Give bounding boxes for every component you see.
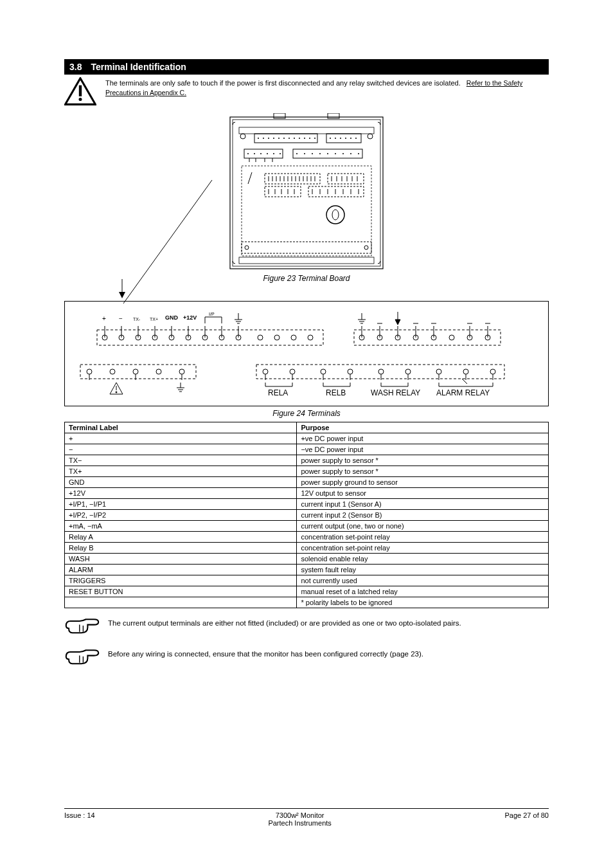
- table-cell: +mA, −mA: [65, 521, 297, 532]
- svg-point-41: [319, 153, 321, 154]
- table-row-footnote: * polarity labels to be ignored: [65, 597, 549, 608]
- svg-point-92: [364, 246, 368, 249]
- svg-point-42: [327, 153, 328, 154]
- section-header: 3.8 Terminal Identification: [64, 59, 549, 75]
- table-row: ++ve DC power input: [65, 433, 549, 444]
- svg-line-195: [462, 379, 467, 384]
- svg-line-98: [123, 180, 212, 303]
- table-cell: +ve DC power input: [297, 433, 549, 444]
- terminals-diagram: + − TX- TX+ GND +12V I/P: [71, 307, 521, 403]
- svg-point-191: [463, 369, 468, 374]
- svg-point-13: [263, 138, 264, 139]
- table-cell: concentration set-point relay: [297, 532, 549, 543]
- table-row: +mA, −mAcurrent output (one, two or none…: [65, 521, 549, 532]
- table-header-label: Terminal Label: [65, 422, 297, 433]
- svg-rect-1: [79, 86, 82, 96]
- table-row: ALARMsystem fault relay: [65, 565, 549, 575]
- terminal-table: Terminal Label Purpose ++ve DC power inp…: [64, 422, 549, 608]
- svg-point-15: [273, 138, 274, 139]
- svg-point-120: [291, 335, 296, 340]
- svg-text:+: +: [102, 315, 106, 322]
- table-row: RESET BUTTONmanual reset of a latched re…: [65, 586, 549, 597]
- note-2: Before any wiring is connected, ensure t…: [108, 646, 423, 659]
- table-cell: GND: [65, 477, 297, 488]
- svg-point-18: [289, 138, 290, 139]
- table-cell: solenoid enable relay: [297, 554, 549, 565]
- svg-rect-133: [354, 330, 501, 345]
- table-cell: current input 1 (Sensor A): [297, 499, 549, 510]
- svg-point-46: [358, 153, 359, 154]
- svg-text:−: −: [119, 315, 123, 322]
- svg-rect-93: [239, 257, 374, 264]
- svg-text:ALARM RELAY: ALARM RELAY: [436, 388, 490, 397]
- svg-rect-5: [274, 113, 285, 118]
- table-row: +I/P1, −I/P1current input 1 (Sensor A): [65, 499, 549, 510]
- svg-text:I/P: I/P: [209, 312, 215, 316]
- svg-point-43: [335, 153, 336, 154]
- table-cell: −: [65, 444, 297, 455]
- svg-text:+12V: +12V: [183, 314, 197, 321]
- svg-point-44: [342, 153, 344, 154]
- svg-point-166: [156, 369, 161, 374]
- svg-point-29: [355, 138, 357, 139]
- section-title: Terminal Identification: [91, 62, 186, 72]
- table-row: TX+power supply to sensor *: [65, 466, 549, 477]
- table-cell: Relay A: [65, 532, 297, 543]
- svg-point-9: [368, 134, 373, 139]
- section-number: 3.8: [69, 62, 82, 72]
- table-cell: current input 2 (Sensor B): [297, 510, 549, 521]
- svg-point-187: [405, 369, 411, 374]
- svg-point-35: [267, 153, 268, 154]
- svg-point-8: [240, 134, 245, 139]
- svg-text:RELB: RELB: [326, 388, 346, 397]
- page-footer: Issue : 14 7300w² Monitor Partech Instru…: [64, 808, 549, 827]
- warning-triangle-icon: [64, 77, 96, 108]
- terminal-board-illustration: [226, 113, 387, 273]
- svg-point-167: [179, 369, 184, 374]
- svg-rect-54: [328, 174, 364, 184]
- leader-line: [64, 141, 231, 321]
- svg-text:WASH RELAY: WASH RELAY: [371, 388, 420, 397]
- table-cell: +: [65, 433, 297, 444]
- table-row: +I/P2, −I/P2current input 2 (Sensor B): [65, 510, 549, 521]
- svg-point-185: [378, 369, 384, 374]
- table-cell: +12V: [65, 488, 297, 499]
- table-cell: manual reset of a latched relay: [297, 586, 549, 597]
- table-cell: power supply to sensor *: [297, 455, 549, 466]
- svg-point-12: [258, 138, 259, 139]
- svg-point-193: [490, 369, 495, 374]
- table-row: Relay Aconcentration set-point relay: [65, 532, 549, 543]
- svg-rect-6: [328, 113, 339, 118]
- table-row: +12V12V output to sensor: [65, 488, 549, 499]
- svg-point-19: [294, 138, 295, 139]
- svg-point-24: [330, 138, 331, 139]
- svg-point-121: [308, 335, 313, 340]
- svg-point-25: [335, 138, 336, 139]
- svg-point-171: [116, 392, 117, 393]
- svg-text:RELA: RELA: [268, 388, 288, 397]
- pointing-hand-icon: [64, 646, 100, 670]
- svg-point-179: [290, 369, 295, 374]
- pointing-hand-icon: [64, 615, 100, 639]
- table-cell: +I/P2, −I/P2: [65, 510, 297, 521]
- warning-text: The terminals are only safe to touch if …: [105, 79, 461, 87]
- svg-point-33: [254, 153, 255, 154]
- table-row: −−ve DC power input: [65, 444, 549, 455]
- table-cell: [65, 597, 297, 608]
- svg-rect-99: [97, 330, 323, 345]
- svg-rect-3: [230, 117, 383, 269]
- footer-company: Partech Instruments: [268, 819, 331, 827]
- svg-point-2: [79, 98, 82, 101]
- svg-point-32: [247, 153, 249, 154]
- table-header-purpose: Purpose: [297, 422, 549, 433]
- note-1: The current output terminals are either …: [108, 615, 461, 628]
- svg-point-119: [274, 335, 280, 340]
- table-cell: power supply ground to sensor: [297, 477, 549, 488]
- footer-page: Page 27 of 80: [504, 811, 549, 827]
- table-row: TX−power supply to sensor *: [65, 455, 549, 466]
- table-cell: TX−: [65, 455, 297, 466]
- svg-rect-55: [265, 186, 301, 197]
- table-cell: not currently used: [297, 575, 549, 586]
- svg-point-40: [312, 153, 313, 154]
- table-row: WASHsolenoid enable relay: [65, 554, 549, 565]
